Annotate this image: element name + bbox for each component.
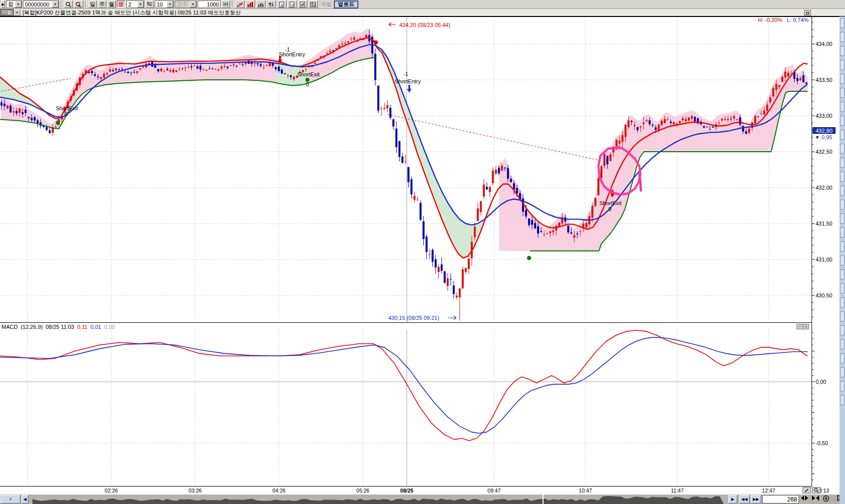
- minimize-icon[interactable]: −: [797, 324, 803, 329]
- candle-body: [142, 66, 144, 67]
- side-strip-button[interactable]: [840, 255, 845, 265]
- zoom-tool-button[interactable]: [812, 487, 821, 494]
- upload-button[interactable]: 업로드: [334, 0, 358, 8]
- side-strip-button[interactable]: [840, 353, 845, 363]
- candle-body: [576, 234, 578, 235]
- period-day-button[interactable]: 일: [88, 0, 97, 8]
- step-forward-button[interactable]: ▶: [728, 495, 737, 504]
- side-strip-button[interactable]: [840, 32, 845, 42]
- candle-body: [591, 206, 593, 218]
- expand-horizontal-button[interactable]: [801, 495, 811, 504]
- volume-red-button[interactable]: [246, 0, 255, 8]
- period-minute-button[interactable]: 분: [117, 0, 125, 8]
- candle-body: [169, 70, 171, 72]
- visible-bars-input[interactable]: [762, 495, 799, 504]
- side-strip-button[interactable]: [840, 186, 845, 196]
- sort-updown-button[interactable]: [267, 0, 276, 8]
- side-strip-button[interactable]: [840, 102, 845, 112]
- side-strip-button[interactable]: [840, 18, 845, 28]
- candle-body: [435, 259, 437, 267]
- side-strip-button[interactable]: [840, 311, 845, 321]
- volume-gray-button[interactable]: [256, 0, 266, 8]
- chevron-down-icon: ▼: [15, 1, 21, 7]
- side-strip-button[interactable]: [840, 130, 845, 140]
- candle-body: [721, 119, 723, 121]
- up-down-arrows-icon: [268, 1, 275, 7]
- navigator-back-button[interactable]: ◀: [21, 495, 28, 504]
- close-icon[interactable]: ×: [803, 324, 809, 329]
- side-strip-button[interactable]: [840, 297, 845, 307]
- price-chart-canvas[interactable]: [0, 0, 845, 504]
- bar-count-input[interactable]: [198, 0, 221, 8]
- side-strip-button[interactable]: [840, 339, 845, 349]
- side-strip-button[interactable]: [840, 228, 845, 238]
- candle-body: [727, 119, 729, 120]
- signal-tool-button[interactable]: [235, 0, 245, 8]
- side-strip-button[interactable]: [840, 144, 845, 154]
- side-strip-button[interactable]: [840, 88, 845, 98]
- tab-test[interactable]: 시험: [0, 9, 14, 16]
- go-to-end-button[interactable]: [812, 495, 822, 504]
- restore-window-button[interactable]: [804, 10, 811, 16]
- grid-table-button[interactable]: [308, 0, 318, 8]
- side-strip-button[interactable]: [840, 74, 845, 84]
- side-strip-button[interactable]: [840, 381, 845, 391]
- account-type-select[interactable]: 합 ▼: [6, 0, 22, 8]
- count-select-label: 건수: [175, 0, 190, 8]
- bar-unit-button[interactable]: 바: [222, 0, 230, 8]
- candle-body: [718, 123, 720, 123]
- navigator-menu-button[interactable]: ≡: [0, 495, 20, 504]
- side-strip-button[interactable]: [840, 158, 845, 168]
- left-arrow-icon: [389, 22, 396, 26]
- candle-body: [540, 231, 542, 232]
- candle-body: [305, 69, 307, 70]
- chart-navigator[interactable]: ≡ ◀ ▶ ◀◀ ▶▶: [0, 495, 845, 504]
- candle-body: [200, 66, 202, 70]
- side-strip-button[interactable]: [840, 116, 845, 126]
- close-icon[interactable]: ×: [14, 9, 20, 16]
- side-strip-button[interactable]: [840, 283, 845, 293]
- minute-interval-select[interactable]: 2 ▼: [126, 0, 144, 8]
- time-axis-label: 11:47: [671, 488, 684, 494]
- side-strip-button[interactable]: [840, 395, 845, 405]
- side-strip-button[interactable]: [840, 46, 845, 56]
- draw-tool-button[interactable]: [803, 487, 811, 494]
- candle-body: [423, 222, 425, 239]
- navigator-window-divider: [543, 495, 544, 504]
- side-strip-button[interactable]: [840, 325, 845, 335]
- candle-body: [326, 53, 328, 54]
- red-bars-icon: [247, 1, 254, 7]
- side-strip-button[interactable]: [840, 367, 845, 377]
- candle-body: [667, 120, 669, 120]
- candle-body: [389, 108, 391, 118]
- side-strip-button[interactable]: [840, 200, 845, 210]
- search-button[interactable]: [64, 0, 73, 8]
- page-forward-button[interactable]: ▶▶: [751, 495, 761, 504]
- doc-copy-button[interactable]: b: [277, 0, 286, 8]
- period-month-button[interactable]: 월: [107, 0, 116, 8]
- period-tick-button[interactable]: 틱: [145, 0, 154, 8]
- side-strip-button[interactable]: [840, 242, 845, 252]
- side-strip-button[interactable]: [840, 172, 845, 182]
- candle-body: [486, 187, 488, 189]
- candle-body: [124, 72, 126, 72]
- page-back-button[interactable]: ◀◀: [739, 495, 750, 504]
- symbol-combobox[interactable]: 00000000 ▼: [23, 0, 59, 8]
- period-week-button[interactable]: 주: [98, 0, 106, 8]
- candle-body: [184, 68, 186, 68]
- side-strip-button[interactable]: [840, 269, 845, 279]
- tick-interval-select[interactable]: 10 ▼: [155, 0, 174, 8]
- search-back-button[interactable]: [74, 0, 83, 8]
- collapse-handle-icon[interactable]: ▸: [1, 0, 5, 8]
- candle-body: [350, 39, 352, 39]
- signal-label: ShortExit: [297, 71, 320, 77]
- candle-body: [489, 187, 491, 192]
- candle-body: [194, 66, 196, 66]
- chart-report-button[interactable]: [298, 0, 307, 8]
- side-strip-button[interactable]: [840, 214, 845, 224]
- side-strip-button[interactable]: [840, 60, 845, 70]
- price-axis-label: 431,50: [816, 221, 842, 227]
- doc-replace-button[interactable]: R: [287, 0, 297, 8]
- candle-body: [739, 117, 741, 125]
- signal-label: 0: [306, 81, 309, 87]
